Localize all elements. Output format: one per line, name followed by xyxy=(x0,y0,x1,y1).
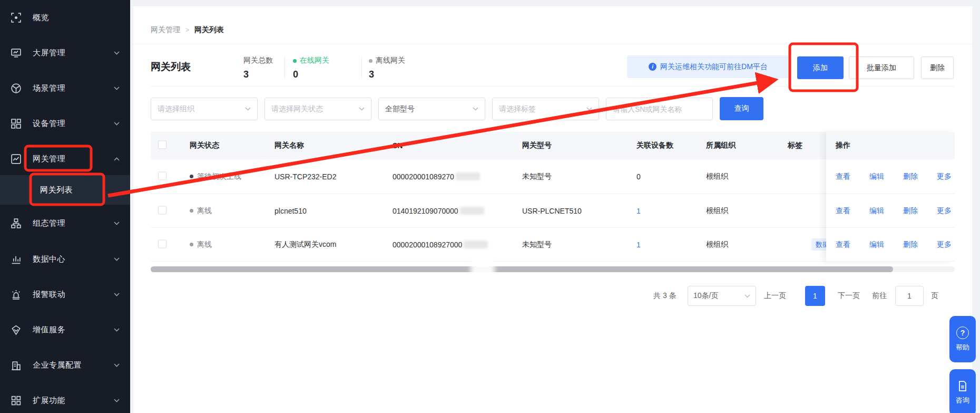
page-unit-label: 页 xyxy=(931,286,938,306)
data-center-icon xyxy=(11,254,22,265)
view-link[interactable]: 查看 xyxy=(836,172,850,181)
sidebar-item-configuration[interactable]: 组态管理 xyxy=(0,212,130,235)
breadcrumb-parent[interactable]: 网关管理 xyxy=(151,25,180,35)
configuration-icon xyxy=(11,218,22,229)
delete-button[interactable]: 删除 xyxy=(921,56,954,79)
horizontal-scrollbar-track[interactable] xyxy=(151,266,955,272)
batch-add-button[interactable]: 批量添加 xyxy=(849,56,914,79)
chevron-down-icon xyxy=(114,222,120,225)
goto-page-input[interactable] xyxy=(896,292,923,300)
sn-value: 0140192109070000 xyxy=(393,207,484,215)
bigscreen-icon xyxy=(11,47,22,59)
chevron-down-icon xyxy=(114,399,120,402)
stat-offline: 离线网关 3 xyxy=(369,56,405,80)
status-dot xyxy=(190,175,193,178)
more-link[interactable]: 更多 xyxy=(937,172,952,181)
chevron-down-icon xyxy=(586,107,592,111)
chevron-down-icon xyxy=(114,51,120,55)
more-link[interactable]: 更多 xyxy=(937,240,952,249)
chevron-down-icon xyxy=(114,293,120,296)
device-icon xyxy=(11,118,22,129)
prev-page-button[interactable]: 上一页 xyxy=(764,286,786,306)
breadcrumb-divider xyxy=(133,44,972,44)
chevron-down-icon xyxy=(114,122,120,126)
chevron-down-icon xyxy=(245,107,251,111)
breadcrumb-current: 网关列表 xyxy=(194,25,224,35)
delete-link[interactable]: 删除 xyxy=(903,172,918,181)
scene-icon xyxy=(11,83,22,94)
sidebar-item-scene[interactable]: 场景管理 xyxy=(0,76,130,100)
chevron-down-icon xyxy=(359,107,365,111)
model-select[interactable]: 全部型号 xyxy=(378,98,485,120)
chevron-up-icon xyxy=(114,157,120,161)
edit-link[interactable]: 编辑 xyxy=(869,172,884,181)
sidebar-item-enterprise-config[interactable]: 企业专属配置 xyxy=(0,353,130,377)
page-title: 网关列表 xyxy=(151,60,191,74)
edit-link[interactable]: 编辑 xyxy=(869,240,884,249)
enterprise-icon xyxy=(11,360,22,371)
view-link[interactable]: 查看 xyxy=(836,206,850,216)
stat-online-value: 0 xyxy=(293,69,329,80)
delete-link[interactable]: 删除 xyxy=(903,240,918,249)
stat-online: 在线网关 0 xyxy=(293,56,329,80)
sidebar-item-gateway[interactable]: 网关管理 xyxy=(0,147,130,170)
chevron-down-icon xyxy=(114,363,120,367)
info-icon: i xyxy=(649,63,656,71)
redaction-blur xyxy=(456,172,480,180)
select-all-checkbox[interactable] xyxy=(158,141,166,149)
row-checkbox[interactable] xyxy=(158,206,166,214)
current-page-button[interactable]: 1 xyxy=(805,286,825,306)
org-select[interactable]: 请选择组织 xyxy=(151,98,258,120)
sidebar-item-overview[interactable]: 概览 xyxy=(0,6,130,29)
breadcrumb-separator: > xyxy=(185,26,189,34)
sidebar-subitem-gateway-list[interactable]: 网关列表 xyxy=(0,175,130,205)
delete-link[interactable]: 删除 xyxy=(903,206,918,216)
pagination-total: 共 3 条 xyxy=(653,286,677,306)
sidebar-item-value-added[interactable]: 增值服务 xyxy=(0,318,130,341)
row-actions: 查看 编辑 删除 更多 xyxy=(826,228,955,262)
status-dot xyxy=(190,243,193,246)
sn-search-input[interactable] xyxy=(613,105,706,113)
stat-total: 网关总数 3 xyxy=(243,56,273,80)
chevron-down-icon xyxy=(473,107,478,111)
chevron-down-icon xyxy=(114,87,120,90)
sidebar-item-bigscreen[interactable]: 大屏管理 xyxy=(0,41,130,64)
main-content: 网关管理 > 网关列表 网关列表 网关总数 3 在线网关 0 离线网关 3 i … xyxy=(133,6,972,413)
add-button[interactable]: 添加 xyxy=(797,56,844,79)
sidebar-item-data-center[interactable]: 数据中心 xyxy=(0,247,130,271)
devices-link[interactable]: 1 xyxy=(636,241,641,249)
sidebar-item-extension[interactable]: 扩展功能 xyxy=(0,389,130,412)
document-icon xyxy=(957,380,968,392)
online-dot xyxy=(293,59,297,63)
redaction-blur xyxy=(460,207,484,215)
edit-link[interactable]: 编辑 xyxy=(869,206,884,216)
view-link[interactable]: 查看 xyxy=(836,240,850,249)
devices-link[interactable]: 1 xyxy=(636,207,641,215)
more-link[interactable]: 更多 xyxy=(937,206,952,216)
gateway-status-select[interactable]: 请选择网关状态 xyxy=(264,98,371,120)
row-checkbox[interactable] xyxy=(158,171,166,180)
chevron-down-icon xyxy=(114,328,120,332)
gateway-icon xyxy=(11,153,22,165)
row-checkbox[interactable] xyxy=(158,239,166,248)
search-button[interactable]: 查询 xyxy=(720,97,763,120)
gateway-table: 网关状态 网关名称 SN 网关型号 关联设备数 所属组织 标签 等待初次上线 U… xyxy=(151,132,955,262)
sidebar: 概览 大屏管理 场景管理 设备管理 网关管理 网关列表 组 xyxy=(0,0,130,413)
help-button[interactable]: ? 帮助 xyxy=(949,316,976,362)
horizontal-scrollbar-thumb[interactable] xyxy=(151,266,893,272)
value-added-icon xyxy=(11,324,22,335)
question-icon: ? xyxy=(956,326,969,339)
overview-icon xyxy=(11,12,22,23)
sidebar-item-device[interactable]: 设备管理 xyxy=(0,112,130,135)
stat-offline-value: 3 xyxy=(369,69,405,80)
page-size-select[interactable]: 10条/页 xyxy=(688,286,756,306)
alarm-icon xyxy=(11,289,22,300)
breadcrumb: 网关管理 > 网关列表 xyxy=(151,25,224,35)
goto-page-field-wrap xyxy=(895,286,924,306)
next-page-button[interactable]: 下一页 xyxy=(838,286,860,306)
sidebar-item-alarm[interactable]: 报警联动 xyxy=(0,283,130,306)
consult-button[interactable]: 咨询 xyxy=(949,369,976,413)
tag-select[interactable]: 请选择标签 xyxy=(492,98,599,120)
row-actions: 查看 编辑 删除 更多 xyxy=(826,159,955,194)
section-divider xyxy=(151,86,955,87)
